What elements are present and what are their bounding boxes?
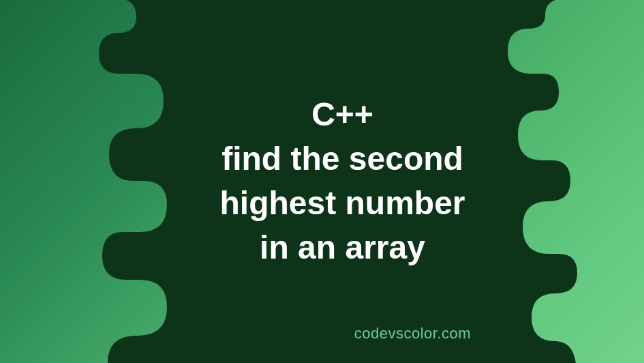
title-line-3: highest number — [219, 182, 465, 226]
title-line-1: C++ — [219, 93, 465, 137]
content-area: C++ find the second highest number in an… — [0, 0, 644, 363]
banner-canvas: C++ find the second highest number in an… — [0, 0, 644, 363]
site-attribution: codevscolor.com — [354, 325, 471, 343]
title-line-4: in an array — [219, 226, 465, 270]
title-line-2: find the second — [219, 137, 465, 182]
banner-title: C++ find the second highest number in an… — [219, 93, 465, 270]
